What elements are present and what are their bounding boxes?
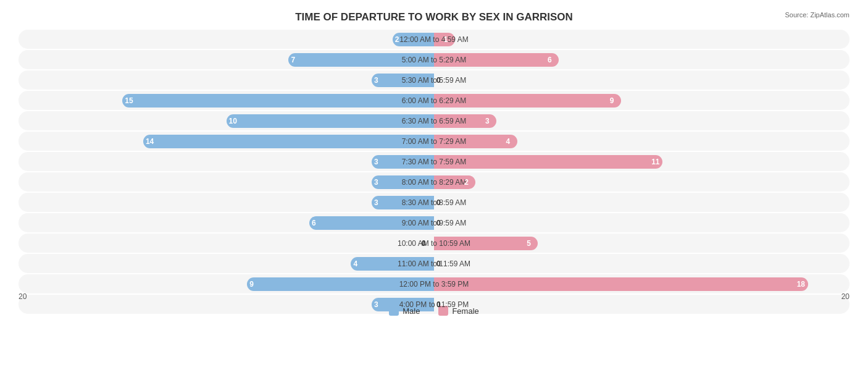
row-content: 8:30 AM to 8:59 AM30 <box>19 193 849 212</box>
row-content: 5:30 AM to 5:59 AM30 <box>19 70 849 90</box>
female-bar <box>434 155 662 169</box>
male-value: 6 <box>312 219 316 227</box>
row-label: 12:00 AM to 4:59 AM <box>399 35 468 44</box>
chart-row: 8:00 AM to 8:29 AM32 <box>19 172 849 192</box>
female-value: 4 <box>506 137 511 146</box>
female-value: 9 <box>610 96 614 105</box>
row-label: 5:00 AM to 5:29 AM <box>402 56 467 64</box>
male-value: 3 <box>374 178 378 187</box>
male-value: 2 <box>395 35 399 44</box>
male-value: 3 <box>374 158 378 166</box>
female-value: 0 <box>436 198 441 207</box>
row-content: 8:00 AM to 8:29 AM32 <box>19 172 849 192</box>
rows-area: 12:00 AM to 4:59 AM215:00 AM to 5:29 AM7… <box>19 30 849 290</box>
female-value: 2 <box>464 178 469 187</box>
chart-row: 10:00 AM to 10:59 AM05 <box>19 234 849 253</box>
chart-row: 6:00 AM to 6:29 AM159 <box>19 91 849 110</box>
row-content: 6:00 AM to 6:29 AM159 <box>19 91 849 110</box>
chart-row: 5:30 AM to 5:59 AM30 <box>19 70 849 90</box>
chart-area: 12:00 AM to 4:59 AM215:00 AM to 5:29 AM7… <box>19 30 849 321</box>
row-content: 12:00 PM to 3:59 PM918 <box>19 274 849 293</box>
row-label: 8:30 AM to 8:59 AM <box>402 198 467 207</box>
chart-row: 9:00 AM to 9:59 AM60 <box>19 213 849 232</box>
row-label: 7:00 AM to 7:29 AM <box>402 137 467 146</box>
row-content: 6:30 AM to 6:59 AM103 <box>19 111 849 130</box>
row-label: 5:30 AM to 5:59 AM <box>402 76 467 85</box>
male-value: 0 <box>422 239 426 248</box>
male-value: 15 <box>125 96 133 105</box>
chart-row: 7:00 AM to 7:29 AM144 <box>19 132 849 151</box>
legend-male-color <box>389 306 399 316</box>
row-label: 6:00 AM to 6:29 AM <box>402 96 467 105</box>
female-value: 0 <box>436 259 441 268</box>
female-value: 18 <box>797 280 805 289</box>
row-content: 7:00 AM to 7:29 AM144 <box>19 132 849 151</box>
male-bar <box>143 135 434 148</box>
row-content: 11:00 AM to 11:59 AM40 <box>19 254 849 273</box>
female-value: 0 <box>436 219 441 227</box>
female-value: 0 <box>436 300 441 309</box>
male-value: 7 <box>291 56 295 64</box>
chart-row: 8:30 AM to 8:59 AM30 <box>19 193 849 212</box>
row-content: 5:00 AM to 5:29 AM76 <box>19 50 849 69</box>
row-content: 7:30 AM to 7:59 AM311 <box>19 152 849 171</box>
row-label: 10:00 AM to 10:59 AM <box>398 239 470 248</box>
axis-right: 20 <box>841 292 849 301</box>
chart-container: TIME OF DEPARTURE TO WORK BY SEX IN GARR… <box>0 0 868 367</box>
chart-row: 12:00 AM to 4:59 AM21 <box>19 30 849 49</box>
male-value: 3 <box>374 198 378 207</box>
female-value: 0 <box>436 76 441 85</box>
female-value: 11 <box>651 158 659 166</box>
male-value: 3 <box>374 76 378 85</box>
row-label: 8:00 AM to 8:29 AM <box>402 178 467 187</box>
row-content: 9:00 AM to 9:59 AM60 <box>19 213 849 232</box>
row-content: 10:00 AM to 10:59 AM05 <box>19 234 849 253</box>
row-label: 12:00 PM to 3:59 PM <box>399 280 469 289</box>
male-value: 4 <box>353 259 357 268</box>
chart-title: TIME OF DEPARTURE TO WORK BY SEX IN GARR… <box>19 11 849 23</box>
row-label: 7:30 AM to 7:59 AM <box>402 158 467 166</box>
row-label: 11:00 AM to 11:59 AM <box>398 259 470 268</box>
male-bar <box>122 94 434 108</box>
male-value: 9 <box>249 280 254 289</box>
chart-row: 6:30 AM to 6:59 AM103 <box>19 111 849 130</box>
chart-row: 12:00 PM to 3:59 PM918 <box>19 274 849 293</box>
female-bar <box>434 277 808 291</box>
male-value: 14 <box>146 137 154 146</box>
row-label: 9:00 AM to 9:59 AM <box>402 219 467 227</box>
male-value: 10 <box>229 117 237 125</box>
female-value: 1 <box>444 35 448 44</box>
male-value: 3 <box>374 300 378 309</box>
source-text: Source: ZipAtlas.com <box>785 11 849 19</box>
female-value: 6 <box>548 56 552 64</box>
female-value: 5 <box>527 239 531 248</box>
row-label: 4:00 PM to 11:59 PM <box>399 300 469 309</box>
row-content: 12:00 AM to 4:59 AM21 <box>19 30 849 49</box>
chart-row: 7:30 AM to 7:59 AM311 <box>19 152 849 171</box>
female-value: 3 <box>485 117 490 125</box>
chart-row: 11:00 AM to 11:59 AM40 <box>19 254 849 273</box>
axis-left: 20 <box>19 292 27 301</box>
chart-row: 5:00 AM to 5:29 AM76 <box>19 50 849 69</box>
row-label: 6:30 AM to 6:59 AM <box>402 117 467 125</box>
